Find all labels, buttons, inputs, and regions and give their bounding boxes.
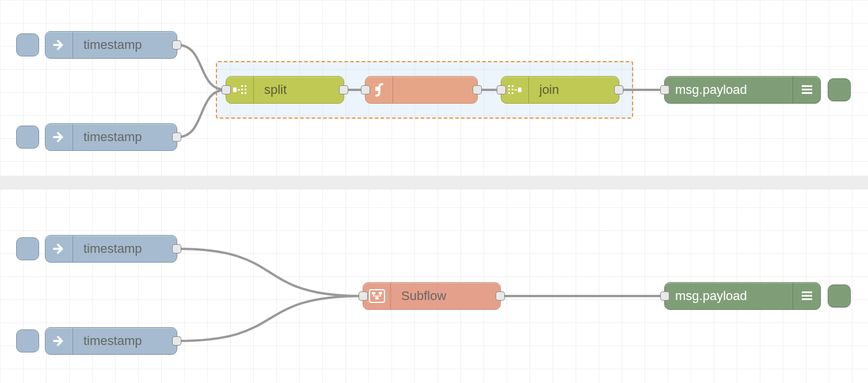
svg-rect-6 <box>245 92 246 94</box>
svg-rect-13 <box>518 88 521 92</box>
join-node[interactable]: join <box>501 76 619 104</box>
node-label: msg.payload <box>665 289 793 304</box>
node-label: timestamp <box>73 333 177 348</box>
inject-button[interactable] <box>16 126 39 149</box>
debug-node[interactable]: msg.payload <box>664 282 821 310</box>
svg-rect-7 <box>508 85 510 87</box>
svg-rect-21 <box>802 291 812 293</box>
svg-rect-22 <box>802 295 812 297</box>
input-port[interactable] <box>660 85 669 94</box>
svg-rect-14 <box>802 85 812 87</box>
debug-toggle-button[interactable] <box>828 285 851 308</box>
node-label: timestamp <box>73 37 177 52</box>
svg-rect-12 <box>512 92 513 94</box>
svg-rect-1 <box>241 85 243 87</box>
function-node[interactable] <box>365 76 478 104</box>
svg-rect-5 <box>245 89 246 90</box>
node-label: Subflow <box>391 289 500 304</box>
debug-icon <box>793 77 820 103</box>
output-port[interactable] <box>614 85 623 94</box>
svg-rect-15 <box>802 89 812 90</box>
arrow-right-icon <box>45 32 73 58</box>
input-port[interactable] <box>497 85 506 94</box>
debug-toggle-button[interactable] <box>828 78 851 101</box>
split-node[interactable]: split <box>226 76 344 104</box>
node-label: timestamp <box>73 241 177 256</box>
input-port[interactable] <box>660 291 669 301</box>
input-port[interactable] <box>361 85 370 94</box>
inject-node[interactable]: timestamp <box>45 327 177 355</box>
input-port[interactable] <box>359 291 368 301</box>
svg-rect-16 <box>802 92 812 94</box>
output-port[interactable] <box>339 85 348 94</box>
svg-rect-2 <box>241 89 243 90</box>
inject-button[interactable] <box>16 329 39 352</box>
svg-rect-23 <box>802 298 812 300</box>
node-label: join <box>529 82 619 97</box>
output-port[interactable] <box>172 244 181 253</box>
svg-rect-10 <box>512 85 513 87</box>
input-port[interactable] <box>222 85 231 94</box>
debug-icon <box>793 283 820 309</box>
arrow-right-icon <box>45 124 73 150</box>
svg-rect-3 <box>241 92 243 94</box>
svg-rect-0 <box>233 88 237 92</box>
output-port[interactable] <box>496 291 505 301</box>
flow-canvas[interactable]: timestamp timestamp split <box>0 0 868 383</box>
svg-rect-11 <box>512 89 513 90</box>
output-port[interactable] <box>172 336 181 346</box>
inject-button[interactable] <box>16 33 39 56</box>
inject-node[interactable]: timestamp <box>45 235 177 263</box>
svg-rect-9 <box>508 92 510 94</box>
svg-rect-19 <box>379 292 382 294</box>
inject-button[interactable] <box>16 237 39 260</box>
svg-rect-8 <box>508 89 510 90</box>
arrow-right-icon <box>45 328 73 354</box>
debug-node[interactable]: msg.payload <box>664 76 821 104</box>
svg-rect-4 <box>245 85 246 87</box>
output-port[interactable] <box>172 132 181 142</box>
svg-rect-18 <box>372 292 375 294</box>
subflow-node[interactable]: Subflow <box>363 282 501 310</box>
output-port[interactable] <box>473 85 482 94</box>
node-label: timestamp <box>73 130 177 145</box>
node-label: split <box>254 82 344 97</box>
node-label: msg.payload <box>665 82 793 97</box>
arrow-right-icon <box>45 236 73 262</box>
canvas-divider <box>0 176 868 189</box>
output-port[interactable] <box>172 40 181 50</box>
inject-node[interactable]: timestamp <box>45 123 177 151</box>
svg-rect-20 <box>375 297 379 299</box>
inject-node[interactable]: timestamp <box>45 31 177 59</box>
